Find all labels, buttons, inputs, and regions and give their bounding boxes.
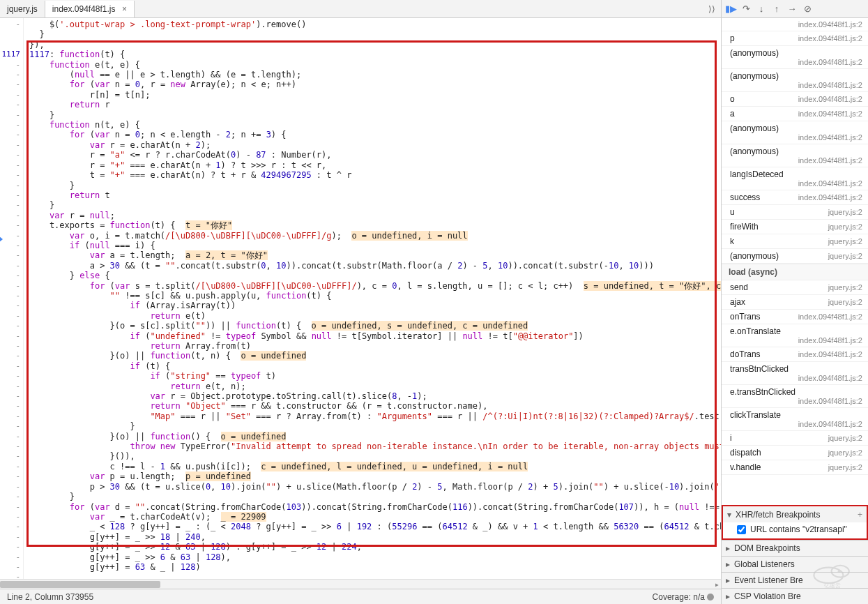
stack-frame[interactable]: langIsDetecedindex.094f48f1.js:2 (722, 167, 868, 190)
close-icon[interactable]: × (122, 4, 127, 14)
stack-frame[interactable]: (anonymous)index.094f48f1.js:2 (722, 69, 868, 92)
stack-frame[interactable]: dispatchjquery.js:2 (722, 446, 868, 460)
svg-point-0 (814, 568, 843, 583)
horizontal-scrollbar[interactable]: ▸ (0, 579, 721, 589)
add-xhr-bp-icon[interactable]: + (858, 510, 862, 520)
stack-frame[interactable]: clickTranslateindex.094f48f1.js:2 (722, 408, 868, 431)
xhr-breakpoints-header[interactable]: XHR/fetch Breakpoints + (723, 507, 867, 522)
tab-index-label: index.094f48f1.js (52, 4, 116, 14)
stack-frame[interactable]: (anonymous)index.094f48f1.js:2 (722, 121, 868, 144)
stack-frame[interactable]: pindex.094f48f1.js:2 (722, 31, 868, 46)
xhr-breakpoints-section: XHR/fetch Breakpoints + URL contains "v2… (722, 505, 868, 540)
xhr-bp-checkbox[interactable] (737, 525, 746, 534)
stack-frame[interactable]: onTransindex.094f48f1.js:2 (722, 310, 868, 324)
stack-frame[interactable]: successindex.094f48f1.js:2 (722, 190, 868, 205)
tabs-bar: jquery.js index.094f48f1.js × ⟩⟩ (0, 0, 721, 18)
stack-frame[interactable]: ujquery.js:2 (722, 205, 868, 220)
stack-frame[interactable]: index.094f48f1.js:2 (722, 18, 868, 31)
deactivate-bp-button[interactable]: ⊘ (800, 3, 815, 14)
debug-toolbar: ▮▶ ↷ ↓ ↑ → ⊘ (722, 0, 868, 18)
stack-frame[interactable]: ajaxjquery.js:2 (722, 295, 868, 310)
stack-frame[interactable]: (anonymous)jquery.js:2 (722, 249, 868, 264)
watermark: 亿速云 (808, 558, 857, 589)
tab-index[interactable]: index.094f48f1.js × (45, 1, 135, 17)
stack-frame[interactable]: aindex.094f48f1.js:2 (722, 107, 868, 121)
code-content: $('.output-wrap > .long-text-prompt-wrap… (24, 18, 721, 573)
stack-frame[interactable]: e.onTranslateindex.094f48f1.js:2 (722, 324, 868, 347)
status-bar: Line 2, Column 373955 Coverage: n/a (0, 589, 721, 604)
stack-frame[interactable]: doTransindex.094f48f1.js:2 (722, 347, 868, 362)
stack-frame[interactable]: v.handlejquery.js:2 (722, 460, 868, 475)
scrollbar-thumb[interactable] (0, 581, 160, 588)
step-over-button[interactable]: ↷ (738, 3, 754, 14)
dom-breakpoints-header[interactable]: DOM Breakpoints (722, 541, 868, 556)
stack-frame[interactable]: oindex.094f48f1.js:2 (722, 92, 868, 107)
stack-frame[interactable]: sendjquery.js:2 (722, 280, 868, 295)
stack-frame[interactable]: (anonymous)index.094f48f1.js:2 (722, 144, 868, 167)
step-into-button[interactable]: ↓ (754, 3, 769, 14)
svg-text:亿速云: 亿速云 (823, 582, 841, 589)
xhr-breakpoint-item[interactable]: URL contains "v2transapi" (723, 522, 867, 538)
overflow-icon[interactable]: ⟩⟩ (703, 4, 721, 14)
resume-button[interactable]: ▮▶ (723, 3, 738, 14)
cursor-position: Line 2, Column 373955 (7, 592, 93, 602)
stack-frame[interactable]: transBtnClickedindex.094f48f1.js:2 (722, 362, 868, 385)
callstack[interactable]: index.094f48f1.js:2pindex.094f48f1.js:2(… (722, 18, 868, 505)
xhr-bp-text: URL contains "v2transapi" (750, 524, 847, 534)
step-button[interactable]: → (784, 3, 800, 14)
stack-frame[interactable]: e.transBtnClickedindex.094f48f1.js:2 (722, 385, 868, 408)
scroll-right-icon[interactable]: ▸ (715, 580, 719, 589)
stack-frame[interactable]: kjquery.js:2 (722, 234, 868, 249)
code-viewport[interactable]: $('.output-wrap > .long-text-prompt-wrap… (24, 18, 721, 579)
gutter: - 1117----------------------------------… (0, 18, 24, 579)
stack-frame[interactable]: fireWithjquery.js:2 (722, 220, 868, 234)
svg-point-2 (838, 570, 841, 573)
breakpoint-marker-icon[interactable] (0, 236, 3, 243)
coverage-label[interactable]: Coverage: n/a (653, 592, 714, 602)
tab-jquery[interactable]: jquery.js (0, 1, 45, 17)
stack-frame[interactable]: (anonymous)index.094f48f1.js:2 (722, 46, 868, 69)
stack-separator: load (async) (722, 264, 868, 280)
step-out-button[interactable]: ↑ (769, 3, 784, 14)
csp-violation-bp-header[interactable]: CSP Violation Bre (722, 589, 868, 604)
stack-frame[interactable]: ijquery.js:2 (722, 431, 868, 446)
